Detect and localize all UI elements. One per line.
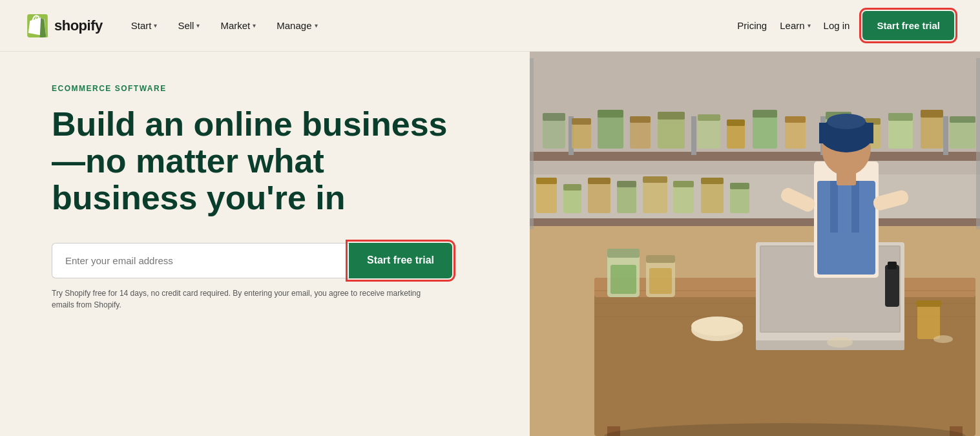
svg-rect-11 [543, 113, 565, 121]
svg-rect-46 [643, 180, 667, 213]
disclaimer-text: Try Shopify free for 14 days, no credit … [52, 287, 426, 311]
nav-login-link[interactable]: Log in [824, 20, 850, 31]
chevron-down-icon: ▾ [808, 22, 811, 29]
nav-right: Pricing Learn ▾ Log in Start free trial [737, 11, 954, 40]
svg-rect-51 [701, 178, 724, 184]
svg-rect-53 [730, 183, 749, 189]
svg-rect-13 [572, 118, 591, 125]
svg-rect-90 [888, 262, 897, 269]
svg-point-73 [691, 317, 743, 336]
nav-manage-label: Manage [276, 20, 311, 31]
svg-rect-38 [536, 181, 557, 213]
hero-image [530, 52, 980, 436]
svg-rect-12 [572, 121, 591, 149]
svg-rect-26 [785, 119, 806, 149]
navbar: shopify Start ▾ Sell ▾ Market ▾ Manage ▾… [0, 0, 980, 52]
svg-rect-49 [673, 181, 694, 187]
svg-rect-77 [817, 181, 875, 275]
svg-rect-64 [610, 265, 636, 294]
svg-point-92 [933, 335, 953, 343]
svg-rect-4 [530, 152, 980, 161]
svg-rect-43 [588, 178, 610, 184]
svg-rect-15 [598, 110, 623, 118]
svg-rect-24 [753, 113, 777, 149]
email-input[interactable] [52, 243, 349, 278]
nav-item-manage[interactable]: Manage ▾ [267, 15, 326, 36]
chevron-down-icon: ▾ [253, 22, 256, 29]
nav-learn-link[interactable]: Learn ▾ [780, 20, 810, 31]
svg-rect-17 [630, 116, 651, 123]
shop-scene-illustration [530, 52, 980, 436]
svg-rect-63 [607, 249, 640, 258]
svg-rect-14 [598, 113, 623, 149]
svg-point-83 [827, 114, 866, 129]
nav-start-label: Start [131, 20, 152, 31]
svg-rect-78 [830, 181, 838, 233]
svg-rect-40 [563, 187, 581, 213]
svg-rect-35 [921, 110, 943, 118]
nav-item-sell[interactable]: Sell ▾ [169, 15, 209, 36]
svg-rect-50 [701, 181, 724, 213]
svg-rect-52 [730, 186, 749, 213]
chevron-down-icon: ▾ [315, 22, 318, 29]
svg-rect-67 [649, 268, 672, 294]
svg-rect-75 [916, 300, 941, 307]
hero-headline: Build an online business—no matter what … [52, 106, 452, 217]
svg-rect-89 [885, 265, 899, 307]
logo-text: shopify [54, 17, 103, 34]
nav-sell-label: Sell [178, 20, 194, 31]
eyebrow-text: ECOMMERCE SOFTWARE [52, 84, 478, 93]
main-start-trial-button[interactable]: Start free trial [349, 243, 452, 278]
hero-left: ECOMMERCE SOFTWARE Build an online busin… [0, 52, 530, 436]
svg-rect-36 [950, 119, 975, 149]
nav-market-label: Market [220, 20, 250, 31]
svg-rect-7 [691, 116, 696, 155]
nav-links: Start ▾ Sell ▾ Market ▾ Manage ▾ [122, 15, 738, 36]
svg-rect-74 [917, 304, 940, 339]
svg-rect-32 [888, 116, 913, 149]
svg-rect-33 [888, 113, 913, 121]
svg-rect-5 [530, 218, 980, 226]
svg-rect-20 [698, 118, 720, 149]
svg-rect-79 [851, 181, 859, 233]
svg-rect-37 [950, 116, 975, 123]
svg-point-91 [827, 337, 853, 348]
svg-rect-16 [630, 119, 651, 149]
shopify-logo-icon [26, 14, 49, 37]
email-form: Start free trial [52, 243, 452, 278]
svg-rect-25 [753, 110, 777, 118]
svg-rect-23 [727, 119, 745, 126]
nav-item-start[interactable]: Start ▾ [122, 15, 167, 36]
nav-start-trial-button[interactable]: Start free trial [862, 11, 954, 40]
svg-rect-42 [588, 181, 610, 213]
svg-rect-18 [658, 115, 685, 149]
svg-rect-47 [643, 176, 667, 183]
svg-rect-88 [976, 58, 980, 229]
svg-rect-44 [617, 184, 636, 213]
svg-rect-22 [727, 123, 745, 149]
svg-rect-39 [536, 178, 557, 184]
svg-rect-87 [530, 58, 534, 229]
svg-rect-41 [563, 184, 581, 191]
nav-pricing-link[interactable]: Pricing [737, 20, 767, 31]
main-content: ECOMMERCE SOFTWARE Build an online busin… [0, 52, 980, 436]
nav-item-market[interactable]: Market ▾ [211, 15, 265, 36]
chevron-down-icon: ▾ [154, 22, 157, 29]
svg-rect-9 [943, 116, 948, 155]
svg-rect-10 [543, 116, 565, 149]
svg-rect-34 [921, 113, 943, 149]
svg-rect-66 [646, 255, 675, 263]
chevron-down-icon: ▾ [196, 22, 200, 29]
svg-rect-27 [785, 116, 806, 123]
svg-rect-48 [673, 184, 694, 213]
svg-rect-84 [837, 171, 856, 185]
svg-rect-21 [698, 114, 720, 121]
svg-rect-19 [658, 112, 685, 119]
svg-rect-45 [617, 181, 636, 187]
logo-area[interactable]: shopify [26, 14, 103, 37]
